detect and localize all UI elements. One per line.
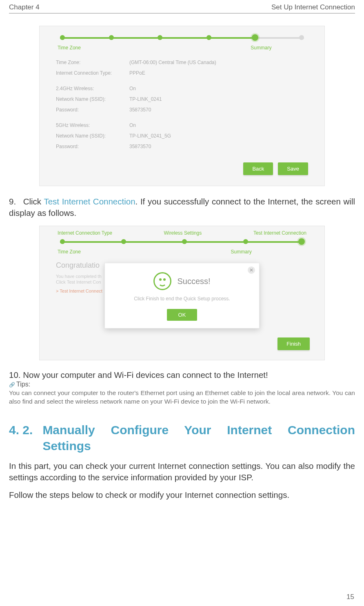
- row-key: 5GHz Wireless:: [56, 122, 129, 128]
- step-number: 9.: [9, 196, 20, 207]
- link-icon: 🔗: [9, 382, 15, 388]
- row-value: (GMT-06:00) Central Time (US Canada): [129, 60, 216, 65]
- summary-row: 5GHz Wireless: On: [56, 120, 308, 131]
- success-modal: ✕ Success! Click Finish to end the Quick…: [104, 263, 260, 329]
- row-key: Password:: [56, 144, 129, 149]
- row-value: PPPoE: [129, 70, 145, 76]
- row-value: On: [129, 122, 136, 128]
- header-right: Set Up Internet Connection: [271, 3, 355, 11]
- back-button[interactable]: Back: [243, 162, 273, 175]
- row-key: Network Name (SSID):: [56, 133, 129, 139]
- row-value: 35873570: [129, 107, 151, 113]
- modal-title: Success!: [177, 277, 210, 286]
- summary-row: Network Name (SSID): TP-LINK_0241_5G: [56, 131, 308, 141]
- row-key: Password:: [56, 107, 129, 113]
- header-left: Chapter 4: [9, 3, 40, 11]
- summary-row: Time Zone: (GMT-06:00) Central Time (US …: [56, 57, 308, 68]
- header-rule: [9, 13, 355, 13]
- screenshot-success-panel: Internet Connection Type Wireless Settin…: [39, 226, 325, 360]
- test-internet-connection-link: Test Internet Connection: [44, 197, 135, 206]
- summary-row: Password: 35873570: [56, 141, 308, 152]
- row-key: Time Zone:: [56, 60, 129, 65]
- row-key: Network Name (SSID):: [56, 96, 129, 102]
- section-paragraph-2: Follow the steps below to check or modif…: [9, 489, 355, 501]
- progress-top-label: Test Internet Connection: [253, 230, 306, 236]
- summary-row: Password: 35873570: [56, 104, 308, 115]
- progress-top-label: Wireless Settings: [164, 230, 202, 236]
- progress-bar: [60, 33, 304, 42]
- tips-label-text: Tips:: [16, 381, 30, 388]
- row-key: Internet Connection Type:: [56, 70, 129, 76]
- progress-top-labels: Internet Connection Type Wireless Settin…: [58, 230, 306, 236]
- progress-labels: Time Zone Summary: [58, 45, 306, 51]
- tips-label: 🔗Tips:: [9, 381, 355, 388]
- progress-label-summary: Summary: [231, 249, 251, 255]
- progress-label-summary: Summary: [251, 45, 271, 51]
- summary-row: 2.4GHz Wireless: On: [56, 83, 308, 94]
- modal-subtitle: Click Finish to end the Quick Setup proc…: [113, 296, 251, 302]
- section-number: 4. 2.: [9, 422, 33, 438]
- summary-row: Network Name (SSID): TP-LINK_0241: [56, 94, 308, 104]
- summary-row: Internet Connection Type: PPPoE: [56, 68, 308, 78]
- section-paragraph-1: In this part, you can check your current…: [9, 460, 355, 484]
- row-value: On: [129, 86, 136, 91]
- step-9-text: 9. Click Test Internet Connection. If yo…: [9, 196, 355, 218]
- finish-button[interactable]: Finish: [277, 337, 310, 350]
- section-heading: 4. 2. Manually Configure Your Internet C…: [9, 422, 355, 454]
- ok-button[interactable]: OK: [167, 309, 198, 321]
- progress-label-timezone: Time Zone: [58, 45, 81, 51]
- progress-labels: Time Zone Summary: [58, 249, 306, 255]
- row-key: 2.4GHz Wireless:: [56, 86, 129, 91]
- progress-label-timezone: Time Zone: [58, 249, 81, 255]
- smiley-icon: [153, 272, 171, 290]
- screenshot-summary-panel: Time Zone Summary Time Zone: (GMT-06:00)…: [39, 26, 325, 186]
- page-header: Chapter 4 Set Up Internet Connection: [9, 0, 355, 13]
- modal-title-row: Success!: [113, 272, 251, 290]
- close-icon[interactable]: ✕: [248, 266, 255, 274]
- step-10-text: 10. Now your computer and Wi-Fi devices …: [9, 370, 355, 380]
- row-value: TP-LINK_0241: [129, 96, 162, 102]
- progress-top-label: Internet Connection Type: [58, 230, 112, 236]
- button-bar: Back Save: [56, 162, 308, 175]
- row-value: 35873570: [129, 144, 151, 149]
- progress-bar: [60, 238, 304, 246]
- section-title: Manually Configure Your Internet Connect…: [42, 422, 355, 454]
- row-value: TP-LINK_0241_5G: [129, 133, 171, 139]
- save-button[interactable]: Save: [278, 162, 308, 175]
- tips-body: You can connect your computer to the rou…: [9, 389, 355, 406]
- step-text-pre: Click: [23, 197, 44, 206]
